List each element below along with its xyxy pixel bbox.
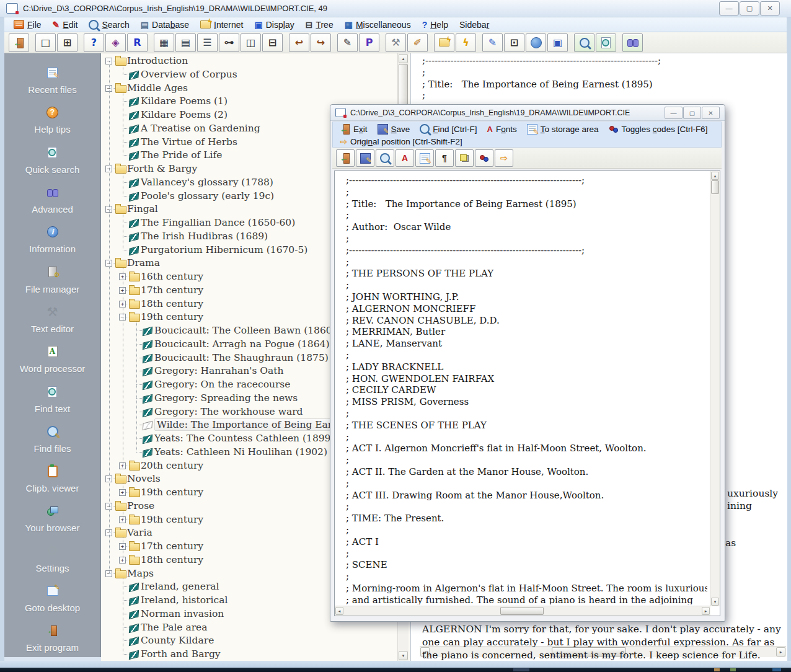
popup-cmd-save[interactable]: Save — [373, 124, 415, 135]
tree-item-overview-of-corpus[interactable]: Overview of Corpus — [101, 68, 399, 82]
popup-cmd-exit[interactable]: Exit — [335, 124, 373, 134]
taskbar-strip — [0, 668, 791, 672]
tree-item-introduction[interactable]: –Introduction — [101, 55, 399, 68]
sidebar-item-advanced[interactable]: Advanced — [4, 178, 100, 218]
toolbar-button-folder[interactable] — [434, 33, 454, 52]
menu-help[interactable]: ?Help — [417, 18, 454, 32]
popup-scroll-left-icon[interactable]: ◂ — [335, 607, 343, 615]
toolbar-button-list-view[interactable]: ☰ — [197, 33, 218, 52]
sidebar-item-information[interactable]: iInformation — [4, 218, 100, 257]
sidebar-item-help-tips[interactable]: ?Help tips — [4, 98, 100, 138]
minimize-button[interactable]: — — [719, 1, 739, 15]
popup-toolbar-button-save[interactable] — [356, 149, 374, 167]
sidebar-item-find-text[interactable]: Find text — [4, 377, 100, 417]
toolbar-button-split-view[interactable]: ◫ — [241, 33, 261, 52]
tree-item-label: Poole's glossary (early 19c) — [141, 190, 274, 201]
popup-toolbar-button-original-position-arrow[interactable]: ⇨ — [495, 149, 513, 167]
toolbar-button-wordlist[interactable]: ▦ — [154, 33, 174, 52]
toolbar-button-lightning[interactable]: ϟ — [456, 33, 476, 52]
toolbar-button-information[interactable] — [526, 33, 546, 52]
toolbar-button-tile-windows[interactable]: ⊞ — [57, 33, 77, 52]
toolbar-button-r-statistics[interactable]: R — [127, 33, 148, 52]
toolbar-button-tree-collapse[interactable]: ↩ — [289, 33, 309, 52]
tree-scroll-down-icon[interactable]: ▾ — [399, 651, 408, 660]
toolbar-button-tree-expand[interactable]: ↪ — [311, 33, 331, 52]
popup-text-line: ; — [346, 257, 707, 268]
toolbar-button-search-doc[interactable] — [596, 33, 616, 52]
sidebar-item-text-editor[interactable]: ⚒Text editor — [4, 298, 100, 337]
toolbar-button-binoculars[interactable] — [622, 33, 643, 52]
menu-internet[interactable]: Internet — [195, 18, 249, 32]
tree-item-middle-ages[interactable]: –Middle Ages — [101, 82, 399, 95]
popup-toolbar-button-find[interactable] — [376, 149, 394, 167]
menu-search[interactable]: Search — [83, 18, 135, 32]
book-icon — [129, 583, 139, 592]
tree-scroll-thumb[interactable] — [399, 64, 408, 106]
popup-cmd-original-position-ctrl-shift-f2[interactable]: ⇨Original position [Ctrl-Shift-F2] — [335, 137, 467, 146]
sidebar-item-goto-desktop[interactable]: Goto desktop — [4, 577, 100, 616]
toolbar-button-monitor[interactable]: ▣ — [547, 33, 568, 52]
sidebar-item-exit-program[interactable]: Exit program — [4, 616, 100, 656]
tree-item-label: Yeats: The Countess Cathleen (1899) — [154, 433, 335, 444]
toolbar-button-table-grid[interactable]: ▤ — [175, 33, 196, 52]
toolbar-button-exit-door[interactable] — [9, 33, 29, 52]
toolbar-button-p-marker[interactable]: P — [359, 33, 379, 52]
sidebar-item-find-files[interactable]: Find files — [4, 417, 100, 457]
popup-cmd-to-storage-area[interactable]: To storage area — [522, 124, 604, 135]
sidebar-item-your-browser[interactable]: Your browser — [4, 497, 100, 536]
toolbar-button-tree-options[interactable]: ⊟ — [262, 33, 283, 52]
popup-toolbar-button-storage-area[interactable] — [415, 149, 434, 167]
toolbar-button-corpus-book[interactable]: ◈ — [105, 33, 126, 52]
popup-toolbar-button-fonts[interactable]: A — [396, 149, 414, 167]
popup-scroll-thumb[interactable] — [711, 180, 719, 194]
toolbar-button-tree-panel[interactable]: ⊡ — [504, 33, 524, 52]
bg-scroll-right-icon[interactable]: ▸ — [776, 647, 785, 657]
sidebar-item-file-manager[interactable]: File manager — [4, 257, 100, 297]
sidebar-item-word-processor[interactable]: AWord processor — [4, 337, 100, 377]
toolbar-button-help-doc[interactable]: ? — [84, 33, 104, 52]
sidebar-item-quick-search[interactable]: Quick search — [4, 138, 100, 178]
popup-scroll-up-icon[interactable]: ▴ — [711, 172, 719, 180]
maximize-button[interactable]: ▢ — [740, 1, 759, 15]
menu-display[interactable]: ▣Display — [249, 18, 300, 32]
toolbar-button-search[interactable] — [574, 33, 594, 52]
tree-item-forth-and-bargy[interactable]: Forth and Bargy — [101, 648, 399, 661]
popup-toolbar-button-layers[interactable] — [455, 149, 474, 167]
popup-cmd-fonts[interactable]: AFonts — [482, 125, 522, 134]
toolbar-button-window[interactable]: □ — [35, 33, 56, 52]
popup-toolbar-button-exit-door[interactable] — [336, 149, 355, 167]
popup-toolbar-button-toggle-codes[interactable] — [475, 149, 493, 167]
tree-item-the-pale-area[interactable]: The Pale area — [101, 621, 399, 635]
menu-database[interactable]: ▤Database — [135, 18, 195, 32]
popup-scroll-right-icon[interactable]: ▸ — [702, 607, 710, 615]
tree-item-county-kildare[interactable]: County Kildare — [101, 634, 399, 648]
menu-edit[interactable]: ✎Edit — [47, 18, 84, 32]
sidebar-item-clipb-viewer[interactable]: Clipb. viewer — [4, 457, 100, 497]
popup-cmd-label: To storage area — [541, 125, 599, 134]
toolbar-button-key[interactable]: ⊶ — [219, 33, 239, 52]
popup-scroll-down-icon[interactable]: ▾ — [711, 598, 719, 606]
menu-file[interactable]: File — [8, 18, 47, 32]
popup-cmd-find-ctrl-f[interactable]: Find [Ctrl-F] — [415, 124, 482, 134]
popup-hscroll-thumb[interactable] — [500, 607, 544, 615]
popup-minimize-button[interactable]: — — [665, 107, 683, 119]
tree-scroll-up-icon[interactable]: ▴ — [399, 54, 408, 63]
book-icon — [129, 192, 139, 201]
toolbar-button-wrench[interactable]: ⚒ — [386, 33, 406, 52]
sidebar-item-settings[interactable]: ⚙Settings — [4, 537, 100, 577]
close-button[interactable]: ✕ — [760, 1, 780, 15]
popup-vscrollbar[interactable]: ▴ ▾ — [710, 171, 720, 606]
sidebar-item-recent-files[interactable]: Recent files — [4, 58, 100, 98]
popup-cmd-toggles-codes-ctrl-f6[interactable]: Toggles codes [Ctrl-F6] — [604, 125, 713, 134]
toolbar-button-edit-note[interactable]: ✐ — [407, 33, 428, 52]
popup-maximize-button[interactable]: ▢ — [683, 107, 701, 119]
popup-hscrollbar[interactable]: ◂ ▸ — [335, 606, 710, 616]
popup-toolbar-button-pilcrow[interactable]: ¶ — [435, 149, 454, 167]
popup-close-button[interactable]: ✕ — [702, 107, 720, 119]
toolbar-button-edit-doc[interactable]: ✎ — [482, 33, 503, 52]
menu-sidebar[interactable]: Sidebar — [454, 18, 495, 32]
tree-item-label: 19th century — [141, 487, 203, 498]
menu-tree[interactable]: ⊟Tree — [300, 18, 339, 32]
toolbar-button-codes-tag[interactable]: ✎ — [337, 33, 358, 52]
menu-miscellaneous[interactable]: ▦Miscellaneous — [339, 18, 417, 32]
